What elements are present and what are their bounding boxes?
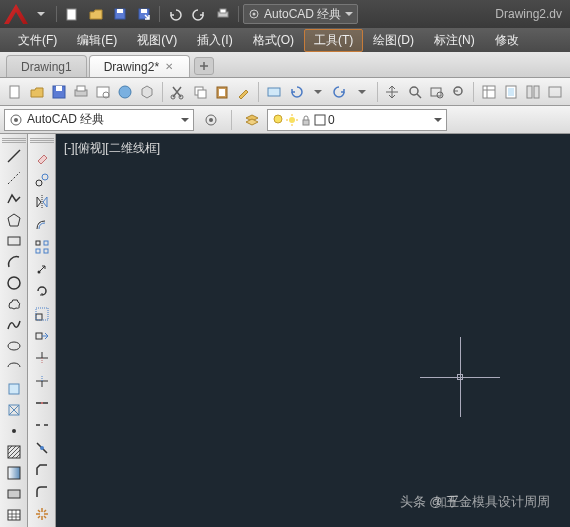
open-button[interactable] <box>85 4 107 24</box>
zoom-realtime-button[interactable] <box>404 81 425 103</box>
block-editor-button[interactable] <box>263 81 284 103</box>
break-tool[interactable] <box>30 415 54 436</box>
hatch-tool[interactable] <box>2 442 26 462</box>
break-at-point-tool[interactable] <box>30 392 54 413</box>
sheet-set-button[interactable] <box>500 81 521 103</box>
menu-draw[interactable]: 绘图(D) <box>363 29 424 52</box>
app-logo-icon[interactable] <box>4 4 28 24</box>
polygon-tool[interactable] <box>2 210 26 230</box>
match-properties-button[interactable] <box>233 81 254 103</box>
redo-button[interactable] <box>188 4 210 24</box>
workspace-combo[interactable]: AutoCAD 经典 <box>4 109 194 131</box>
spline-tool[interactable] <box>2 315 26 335</box>
tool-palettes-button[interactable] <box>523 81 544 103</box>
svg-point-35 <box>14 118 18 122</box>
insert-block-tool[interactable] <box>2 378 26 398</box>
cut-button[interactable] <box>167 81 188 103</box>
save-button[interactable] <box>48 81 69 103</box>
file-tab[interactable]: Drawing1 <box>6 55 87 77</box>
undo-button[interactable] <box>164 4 186 24</box>
redo-button[interactable] <box>330 81 351 103</box>
make-block-tool[interactable] <box>2 400 26 420</box>
fillet-tool[interactable] <box>30 481 54 502</box>
print-preview-button[interactable] <box>93 81 114 103</box>
offset-tool[interactable] <box>30 214 54 235</box>
region-tool[interactable] <box>2 484 26 504</box>
open-button[interactable] <box>26 81 47 103</box>
qat-dropdown[interactable] <box>30 4 52 24</box>
menu-file[interactable]: 文件(F) <box>8 29 67 52</box>
save-button[interactable] <box>109 4 131 24</box>
revision-cloud-tool[interactable] <box>2 294 26 314</box>
svg-rect-20 <box>198 90 206 98</box>
publish-button[interactable] <box>115 81 136 103</box>
chamfer-tool[interactable] <box>30 459 54 480</box>
new-button[interactable] <box>61 4 83 24</box>
explode-tool[interactable] <box>30 504 54 525</box>
svg-rect-59 <box>36 314 42 320</box>
ellipse-tool[interactable] <box>2 336 26 356</box>
trim-tool[interactable] <box>30 348 54 369</box>
menu-view[interactable]: 视图(V) <box>127 29 187 52</box>
move-tool[interactable] <box>30 258 54 279</box>
palette-grip[interactable] <box>2 138 26 143</box>
close-icon[interactable]: ✕ <box>163 61 175 73</box>
pan-button[interactable] <box>382 81 403 103</box>
print-button[interactable] <box>212 4 234 24</box>
redo-dropdown[interactable] <box>352 81 373 103</box>
erase-tool[interactable] <box>30 147 54 168</box>
point-tool[interactable] <box>2 421 26 441</box>
menu-tools[interactable]: 工具(T) <box>304 29 363 52</box>
scale-tool[interactable] <box>30 303 54 324</box>
menu-format[interactable]: 格式(O) <box>243 29 304 52</box>
zoom-window-button[interactable] <box>426 81 447 103</box>
join-tool[interactable] <box>30 437 54 458</box>
new-tab-button[interactable] <box>194 57 214 75</box>
copy-tool[interactable] <box>30 169 54 190</box>
menu-insert[interactable]: 插入(I) <box>187 29 242 52</box>
properties-button[interactable] <box>478 81 499 103</box>
rotate-tool[interactable] <box>30 281 54 302</box>
workspace-settings-button[interactable] <box>200 109 222 131</box>
array-tool[interactable] <box>30 236 54 257</box>
construction-line-tool[interactable] <box>2 168 26 188</box>
svg-rect-42 <box>8 237 20 245</box>
separator <box>473 82 474 102</box>
gradient-tool[interactable] <box>2 463 26 483</box>
rectangle-tool[interactable] <box>2 231 26 251</box>
undo-dropdown[interactable] <box>308 81 329 103</box>
copy-button[interactable] <box>189 81 210 103</box>
menu-edit[interactable]: 编辑(E) <box>67 29 127 52</box>
undo-button[interactable] <box>285 81 306 103</box>
circle-tool[interactable] <box>2 273 26 293</box>
drawing-canvas[interactable]: [-][俯视][二维线框] 知乎 头条 @ 五金模具设计周周 <box>56 134 570 527</box>
menu-modify[interactable]: 修改 <box>485 29 529 52</box>
arc-tool[interactable] <box>2 252 26 272</box>
mirror-tool[interactable] <box>30 191 54 212</box>
stretch-tool[interactable] <box>30 325 54 346</box>
workspace-dropdown-qat[interactable]: AutoCAD 经典 <box>243 4 358 24</box>
viewport-label[interactable]: [-][俯视][二维线框] <box>64 140 160 157</box>
modify-palette <box>28 134 56 527</box>
polyline-tool[interactable] <box>2 189 26 209</box>
new-button[interactable] <box>4 81 25 103</box>
layer-properties-button[interactable] <box>241 109 263 131</box>
tab-label: Drawing1 <box>21 60 72 74</box>
zoom-previous-button[interactable] <box>448 81 469 103</box>
paste-button[interactable] <box>211 81 232 103</box>
saveas-button[interactable] <box>133 4 155 24</box>
ellipse-arc-tool[interactable] <box>2 357 26 377</box>
file-tab-active[interactable]: Drawing2* ✕ <box>89 55 190 77</box>
line-tool[interactable] <box>2 146 26 166</box>
svg-point-8 <box>253 13 256 16</box>
separator <box>377 82 378 102</box>
standard-toolbar <box>0 78 570 106</box>
extend-tool[interactable] <box>30 370 54 391</box>
palette-grip[interactable] <box>30 138 54 144</box>
menu-dimension[interactable]: 标注(N) <box>424 29 485 52</box>
layer-combo[interactable]: 0 <box>267 109 447 131</box>
3ddwf-button[interactable] <box>137 81 158 103</box>
clean-screen-button[interactable] <box>545 81 566 103</box>
print-button[interactable] <box>70 81 91 103</box>
table-tool[interactable] <box>2 505 26 525</box>
